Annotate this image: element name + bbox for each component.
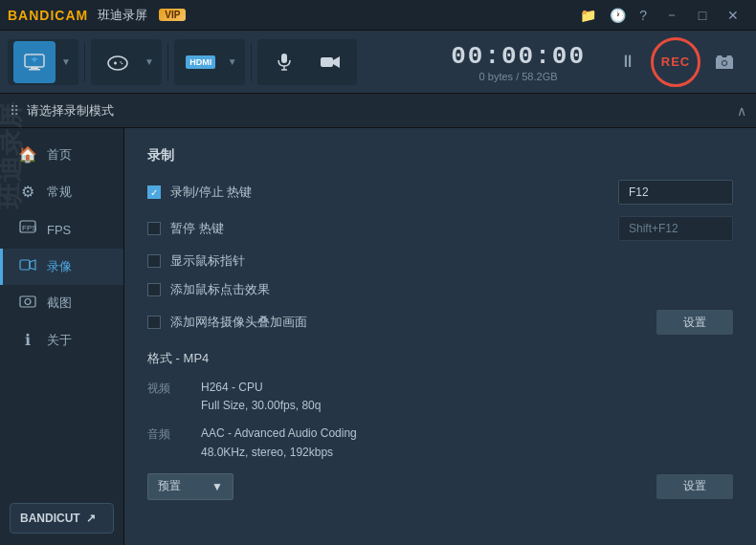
hdmi-button[interactable]: HDMI xyxy=(180,41,222,83)
gear-icon: ⚙ xyxy=(18,183,37,201)
window-controls: － □ ✕ xyxy=(656,0,748,31)
game-mode-arrow[interactable]: ▼ xyxy=(143,56,156,67)
audio-group xyxy=(257,39,357,85)
svg-rect-17 xyxy=(20,260,30,270)
svg-point-7 xyxy=(122,62,123,64)
svg-rect-8 xyxy=(281,54,287,63)
svg-point-3 xyxy=(108,56,127,70)
sidebar-item-general[interactable]: ⚙ 常规 xyxy=(0,173,123,210)
hotkey-record-input[interactable]: F12 xyxy=(618,180,733,205)
minimize-button[interactable]: － xyxy=(656,0,687,31)
maximize-button[interactable]: □ xyxy=(687,0,718,31)
hdmi-arrow[interactable]: ▼ xyxy=(226,56,239,67)
video-format-row: 视频 H264 - CPU Full Size, 30.00fps, 80q xyxy=(147,379,733,415)
svg-rect-11 xyxy=(321,57,333,67)
logo-text: BANDICAM xyxy=(8,8,88,23)
vip-badge: VIP xyxy=(159,9,186,21)
svg-marker-18 xyxy=(30,260,35,270)
cursor-checkbox[interactable] xyxy=(147,254,161,268)
sidebar-bottom: BANDICUT ↗ xyxy=(0,491,123,545)
hotkey-pause-checkbox[interactable] xyxy=(147,222,161,235)
sidebar-label-home: 首页 xyxy=(47,146,72,164)
sidebar-item-about[interactable]: ℹ 关于 xyxy=(0,321,123,359)
screen-mode-arrow[interactable]: ▼ xyxy=(59,56,73,67)
format-settings-button[interactable]: 设置 xyxy=(656,474,733,499)
sidebar-item-video[interactable]: 录像 xyxy=(0,249,123,285)
help-icon[interactable]: ? xyxy=(639,8,647,23)
record-button[interactable]: REC xyxy=(651,37,700,87)
svg-rect-19 xyxy=(20,296,35,307)
control-buttons: ⏸ REC xyxy=(605,37,748,87)
close-button[interactable]: ✕ xyxy=(718,0,748,31)
svg-point-14 xyxy=(723,61,726,65)
bandicut-button[interactable]: BANDICUT ↗ xyxy=(10,503,114,534)
sidebar-item-home[interactable]: 🏠 首页 xyxy=(0,136,123,173)
video-icon xyxy=(18,258,37,275)
video-params: Full Size, 30.00fps, 80q xyxy=(201,397,733,415)
audio-codec: AAC - Advanced Audio Coding xyxy=(201,425,733,443)
click-effect-row: 添加鼠标点击效果 xyxy=(147,281,733,298)
main-content: 班迪录屏 🏠 首页 ⚙ 常规 FPS FPS xyxy=(0,128,756,545)
sidebar-label-video: 录像 xyxy=(47,258,72,275)
preset-dropdown-arrow: ▼ xyxy=(211,480,223,493)
preset-select[interactable]: 预置 ▼ xyxy=(147,473,233,500)
svg-point-20 xyxy=(25,299,31,305)
timer-display: 00:00:00 xyxy=(451,42,586,71)
audio-values: AAC - Advanced Audio Coding 48.0KHz, ste… xyxy=(201,425,733,461)
sidebar-label-general: 常规 xyxy=(47,184,72,201)
pause-button[interactable]: ⏸ xyxy=(612,47,643,77)
preset-label: 预置 xyxy=(158,478,181,494)
fps-icon: FPS xyxy=(18,220,37,239)
hdmi-group: HDMI ▼ xyxy=(174,39,245,85)
recording-size: 0 bytes / 58.2GB xyxy=(479,71,558,82)
folder-icon[interactable]: 📁 xyxy=(580,8,596,23)
click-effect-checkbox[interactable] xyxy=(147,283,161,296)
sidebar-item-fps[interactable]: FPS FPS xyxy=(0,210,123,249)
game-mode-group: ▼ xyxy=(91,39,162,85)
timer-section: 00:00:00 0 bytes / 58.2GB xyxy=(435,42,601,82)
svg-marker-12 xyxy=(333,56,340,68)
screenshot-button[interactable] xyxy=(708,46,741,78)
bandicut-label: BANDICUT xyxy=(20,512,80,525)
content-panel: 录制 录制/停止 热键 F12 暂停 热键 Shift+F12 显示鼠标指针 添… xyxy=(124,128,756,545)
webcam-row: 添加网络摄像头叠加画面 设置 xyxy=(147,310,733,335)
webcam-settings-button[interactable]: 设置 xyxy=(656,310,733,335)
sidebar-label-fps: FPS xyxy=(47,223,71,237)
clock-icon[interactable]: 🕐 xyxy=(610,8,626,23)
brand-text: 班迪录屏 xyxy=(98,7,147,24)
app-logo: BANDICAM 班迪录屏 VIP xyxy=(8,7,186,24)
home-icon: 🏠 xyxy=(18,145,37,164)
cursor-label: 显示鼠标指针 xyxy=(170,252,245,270)
collapse-icon[interactable]: ∧ xyxy=(737,103,746,119)
audio-label: 音频 xyxy=(147,425,186,461)
game-mode-button[interactable] xyxy=(97,41,139,83)
record-section-title: 录制 xyxy=(147,147,733,164)
toolbar: ▼ ▼ HDMI ▼ xyxy=(0,31,756,94)
svg-text:FPS: FPS xyxy=(22,224,36,232)
title-icons: 📁 🕐 ? xyxy=(580,8,647,23)
screen-mode-button[interactable] xyxy=(13,41,56,83)
webcam-checkbox[interactable] xyxy=(147,316,161,329)
mic-button[interactable] xyxy=(263,41,305,83)
hotkey-pause-label: 暂停 热键 xyxy=(170,220,224,237)
video-values: H264 - CPU Full Size, 30.00fps, 80q xyxy=(201,379,733,415)
sidebar-item-screenshot[interactable]: 截图 xyxy=(0,285,123,321)
sidebar-label-screenshot: 截图 xyxy=(47,294,72,312)
title-bar: BANDICAM 班迪录屏 VIP 📁 🕐 ? － □ ✕ xyxy=(0,0,756,31)
svg-point-6 xyxy=(120,61,122,63)
format-title: 格式 - MP4 xyxy=(147,350,733,367)
mode-group: ▼ xyxy=(8,39,78,85)
hotkey-pause-row: 暂停 热键 Shift+F12 xyxy=(147,216,733,241)
video-codec: H264 - CPU xyxy=(201,379,733,397)
mode-bar: ⠿ 请选择录制模式 ∧ xyxy=(0,94,756,128)
hotkey-pause-input[interactable]: Shift+F12 xyxy=(618,216,733,241)
hotkey-record-row: 录制/停止 热键 F12 xyxy=(147,180,733,205)
cam-button[interactable] xyxy=(309,41,351,83)
info-icon: ℹ xyxy=(18,331,37,349)
click-effect-label: 添加鼠标点击效果 xyxy=(170,281,270,298)
hotkey-record-checkbox[interactable] xyxy=(147,185,161,199)
grid-icon: ⠿ xyxy=(10,103,19,119)
video-label: 视频 xyxy=(147,379,186,415)
webcam-label: 添加网络摄像头叠加画面 xyxy=(170,314,307,331)
mode-title: 请选择录制模式 xyxy=(27,102,114,120)
